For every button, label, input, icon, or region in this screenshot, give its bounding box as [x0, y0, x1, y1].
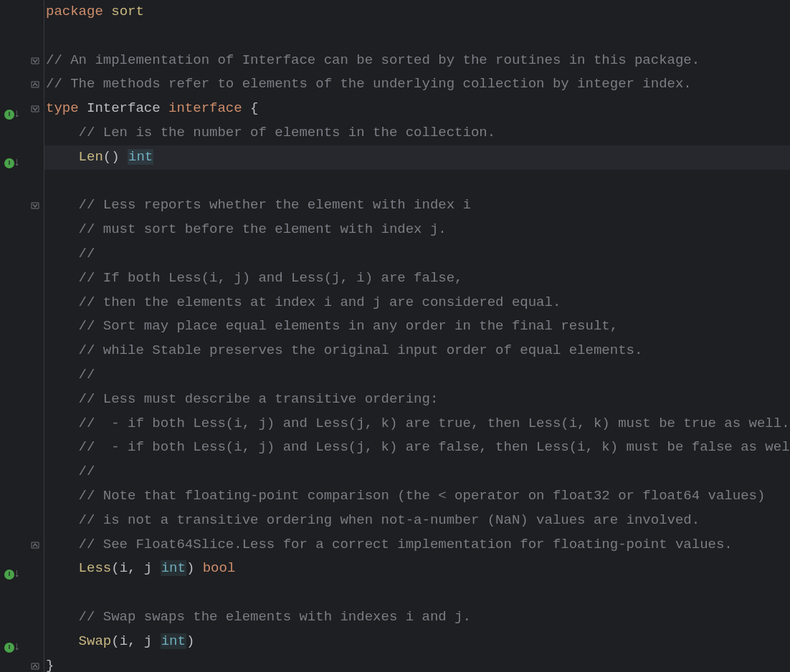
token-pn: (: [111, 560, 119, 576]
code-line[interactable]: Swap(i, j int): [44, 630, 790, 654]
token-cm: // Note that floating-point comparison (…: [79, 488, 766, 504]
implements-icon[interactable]: I↓: [4, 635, 21, 660]
fold-end-icon[interactable]: [29, 660, 42, 672]
code-line[interactable]: // then the elements at index i and j ar…: [44, 291, 790, 315]
code-line[interactable]: // If both Less(i, j) and Less(j, i) are…: [44, 267, 790, 291]
token-param: j: [144, 560, 152, 576]
fold-end-icon[interactable]: [29, 78, 42, 91]
token-param: i: [120, 633, 128, 649]
implements-icon[interactable]: I↓: [4, 562, 21, 587]
code-line[interactable]: // Less must describe a transitive order…: [44, 388, 790, 412]
token-cm: // If both Less(i, j) and Less(j, i) are…: [79, 270, 463, 286]
code-line[interactable]: // Less reports whether the element with…: [44, 193, 790, 218]
code-line[interactable]: // Len is the number of elements in the …: [44, 121, 790, 145]
token-cm: // Sort may place equal elements in any …: [79, 318, 619, 334]
code-line[interactable]: //: [44, 363, 790, 388]
token-cm: //: [79, 246, 95, 261]
token-brace: {: [250, 100, 258, 116]
code-line[interactable]: // - if both Less(i, j) and Less(j, k) a…: [44, 436, 790, 460]
implements-badge: I: [4, 643, 14, 653]
token-iface: interface: [168, 100, 242, 116]
token-cm: // Swap swaps the elements with indexes …: [79, 609, 471, 625]
token-pn: ): [186, 560, 194, 576]
token-pn: (: [111, 633, 119, 649]
fold-end-icon[interactable]: [29, 539, 42, 552]
implements-badge: I: [4, 158, 14, 168]
token-cm: //: [79, 464, 95, 479]
token-cm: // while Stable preserves the original i…: [79, 342, 643, 358]
implements-badge: I: [4, 110, 14, 120]
code-line[interactable]: type Interface interface {: [44, 97, 790, 121]
gutter: I↓I↓I↓I↓: [0, 0, 44, 672]
token-pn: ,: [128, 560, 144, 576]
code-line[interactable]: [44, 170, 790, 194]
code-editor[interactable]: package sort// An implementation of Inte…: [44, 0, 790, 672]
implements-icon[interactable]: I↓: [4, 151, 21, 176]
token-pn: ,: [128, 633, 144, 649]
token-typ: int: [128, 149, 153, 165]
code-line[interactable]: //: [44, 460, 790, 484]
token-cm: // must sort before the element with ind…: [79, 221, 447, 237]
token-cm: // is not a transitive ordering when not…: [79, 512, 700, 528]
token-cm: // The methods refer to elements of the …: [46, 76, 692, 92]
code-line[interactable]: // An implementation of Interface can be…: [44, 49, 790, 73]
token-fn: Less: [79, 560, 112, 576]
token-cm: // - if both Less(i, j) and Less(j, k) a…: [79, 416, 790, 431]
code-line[interactable]: // Swap swaps the elements with indexes …: [44, 605, 790, 630]
arrow-down-icon: ↓: [14, 562, 21, 587]
token-cm: // Len is the number of elements in the …: [79, 125, 496, 140]
implements-badge: I: [4, 570, 14, 580]
code-line[interactable]: // See Float64Slice.Less for a correct i…: [44, 533, 790, 557]
code-line[interactable]: // is not a transitive ordering when not…: [44, 509, 790, 533]
code-line[interactable]: // while Stable preserves the original i…: [44, 339, 790, 363]
token-cm: // An implementation of Interface can be…: [46, 52, 700, 68]
token-typ2: bool: [203, 560, 236, 576]
token-typ: int: [161, 633, 186, 649]
token-cm: // then the elements at index i and j ar…: [79, 294, 561, 310]
token-typ: int: [161, 560, 186, 576]
fold-start-icon[interactable]: [29, 54, 42, 67]
code-line[interactable]: [44, 581, 790, 605]
code-line[interactable]: Len() int: [44, 145, 790, 170]
code-line[interactable]: Less(i, j int) bool: [44, 557, 790, 581]
token-kw: type: [46, 100, 79, 116]
token-cm: // Less must describe a transitive order…: [79, 391, 439, 407]
fold-start-icon[interactable]: [29, 199, 42, 212]
token-cm: // Less reports whether the element with…: [79, 197, 471, 213]
token-kw: package: [46, 4, 103, 19]
code-line[interactable]: //: [44, 242, 790, 267]
code-line[interactable]: package sort: [44, 0, 790, 24]
code-line[interactable]: // Note that floating-point comparison (…: [44, 484, 790, 509]
arrow-down-icon: ↓: [14, 151, 21, 176]
token-typename: Interface: [87, 100, 161, 116]
token-cm: // - if both Less(i, j) and Less(j, k) a…: [79, 439, 790, 455]
token-cm: //: [79, 367, 95, 383]
code-line[interactable]: }: [44, 654, 790, 672]
token-cm: // See Float64Slice.Less for a correct i…: [79, 537, 733, 552]
token-pkg: sort: [111, 4, 144, 19]
token-param: i: [120, 560, 128, 576]
arrow-down-icon: ↓: [14, 635, 21, 660]
code-line[interactable]: // - if both Less(i, j) and Less(j, k) a…: [44, 412, 790, 436]
code-line[interactable]: // Sort may place equal elements in any …: [44, 315, 790, 339]
token-pn: ): [186, 633, 194, 649]
code-line[interactable]: [44, 24, 790, 49]
code-line[interactable]: // must sort before the element with ind…: [44, 218, 790, 242]
token-fn: Swap: [79, 633, 112, 649]
token-fn: Len: [79, 149, 103, 165]
implements-icon[interactable]: I↓: [4, 102, 21, 127]
token-pn: (): [103, 149, 120, 165]
token-brace: }: [46, 658, 54, 672]
token-param: j: [144, 633, 152, 649]
arrow-down-icon: ↓: [14, 102, 21, 127]
code-line[interactable]: // The methods refer to elements of the …: [44, 72, 790, 97]
fold-start-icon[interactable]: [29, 102, 42, 115]
